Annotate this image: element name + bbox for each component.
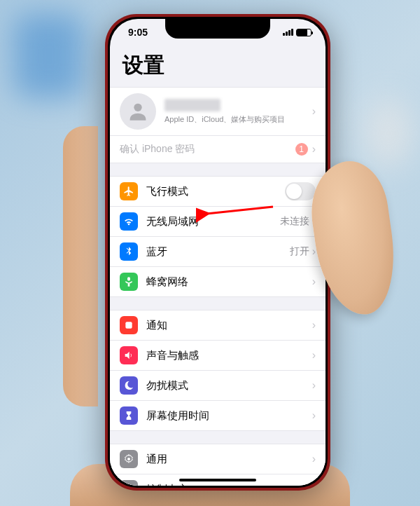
row-dnd[interactable]: 勿扰模式 › bbox=[110, 371, 326, 401]
avatar bbox=[120, 93, 156, 130]
row-value: 未连接 bbox=[280, 215, 309, 228]
settings-group-alerts: 通知 › 声音与触感 › 勿扰模式 › bbox=[110, 310, 326, 431]
row-label: 飞行模式 bbox=[146, 185, 285, 198]
chevron-right-icon: › bbox=[312, 409, 316, 422]
bluetooth-icon bbox=[120, 242, 138, 261]
password-prompt-label: 确认 iPhone 密码 bbox=[120, 143, 195, 156]
row-label: 屏幕使用时间 bbox=[146, 409, 312, 423]
wifi-icon bbox=[120, 212, 138, 231]
chevron-right-icon: › bbox=[312, 379, 316, 392]
phone-frame: 9:05 设置 Apple ID、iCloud、媒体与购买项目 › bbox=[105, 14, 330, 491]
signal-icon bbox=[283, 29, 293, 36]
row-label: 勿扰模式 bbox=[146, 379, 312, 392]
confirm-password-row[interactable]: 确认 iPhone 密码 1 › bbox=[110, 136, 326, 163]
row-wifi[interactable]: 无线局域网 未连接 › bbox=[110, 207, 326, 237]
row-airplane-mode[interactable]: 飞行模式 bbox=[110, 176, 326, 207]
row-label: 蓝牙 bbox=[146, 245, 290, 259]
notch bbox=[165, 19, 270, 39]
row-label: 控制中心 bbox=[146, 483, 312, 486]
airplane-toggle[interactable] bbox=[285, 182, 316, 200]
apple-id-row[interactable]: Apple ID、iCloud、媒体与购买项目 › bbox=[110, 87, 326, 136]
sound-icon bbox=[120, 346, 138, 364]
row-screentime[interactable]: 屏幕使用时间 › bbox=[110, 401, 326, 431]
svg-rect-1 bbox=[125, 322, 132, 328]
row-notifications[interactable]: 通知 › bbox=[110, 310, 326, 341]
chevron-right-icon: › bbox=[312, 245, 316, 258]
page-title: 设置 bbox=[110, 46, 326, 87]
chevron-right-icon: › bbox=[312, 143, 316, 156]
chevron-right-icon: › bbox=[312, 105, 316, 118]
moon-icon bbox=[120, 376, 138, 395]
chevron-right-icon: › bbox=[312, 453, 316, 465]
row-bluetooth[interactable]: 蓝牙 打开 › bbox=[110, 237, 326, 267]
row-label: 蜂窝网络 bbox=[146, 275, 312, 289]
airplane-icon bbox=[120, 182, 138, 200]
row-label: 声音与触感 bbox=[146, 349, 312, 362]
profile-subtitle: Apple ID、iCloud、媒体与购买项目 bbox=[164, 114, 312, 125]
profile-name-blurred bbox=[164, 99, 220, 111]
row-value: 打开 bbox=[290, 245, 309, 258]
svg-point-0 bbox=[134, 104, 141, 111]
battery-icon bbox=[296, 29, 312, 36]
chevron-right-icon: › bbox=[312, 319, 316, 331]
sliders-icon bbox=[120, 480, 138, 486]
gear-icon bbox=[120, 450, 138, 468]
row-general[interactable]: 通用 › bbox=[110, 444, 326, 474]
row-label: 无线局域网 bbox=[146, 215, 280, 228]
row-sounds[interactable]: 声音与触感 › bbox=[110, 341, 326, 371]
row-label: 通知 bbox=[146, 319, 312, 332]
settings-group-connectivity: 飞行模式 无线局域网 未连接 › 蓝牙 打开 bbox=[110, 176, 326, 297]
chevron-right-icon: › bbox=[312, 483, 316, 486]
row-cellular[interactable]: 蜂窝网络 › bbox=[110, 267, 326, 297]
notification-icon bbox=[120, 316, 138, 334]
status-time: 9:05 bbox=[128, 27, 148, 38]
chevron-right-icon: › bbox=[312, 275, 316, 288]
hourglass-icon bbox=[120, 406, 138, 425]
chevron-right-icon: › bbox=[312, 349, 316, 362]
cellular-icon bbox=[120, 273, 138, 291]
row-label: 通用 bbox=[146, 453, 312, 466]
svg-point-2 bbox=[127, 458, 130, 460]
home-indicator[interactable] bbox=[179, 479, 256, 481]
phone-screen: 9:05 设置 Apple ID、iCloud、媒体与购买项目 › bbox=[110, 19, 326, 486]
notification-badge: 1 bbox=[295, 143, 308, 156]
